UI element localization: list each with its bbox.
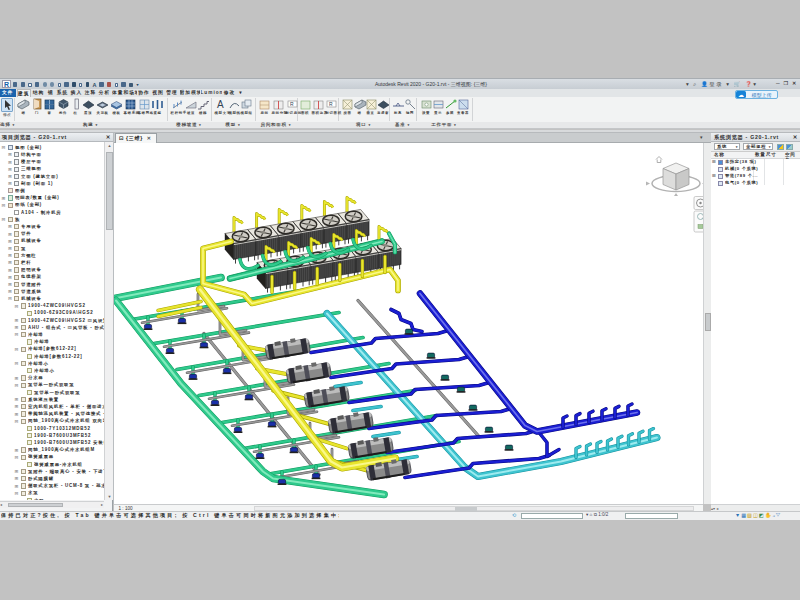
svg-text:A: A — [217, 99, 224, 110]
svg-text:R: R — [290, 101, 294, 107]
svg-text:R: R — [329, 101, 333, 107]
